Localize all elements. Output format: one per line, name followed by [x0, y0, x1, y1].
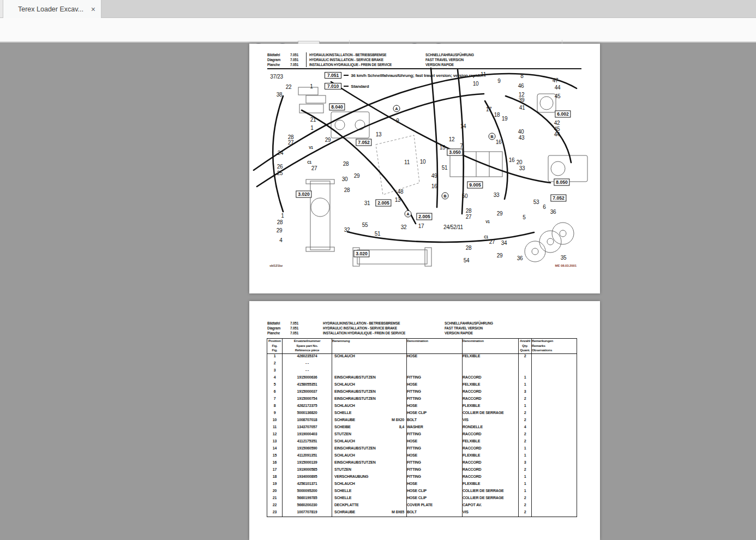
cell-denomination-fr: COLLIER DE SERRAGE — [463, 489, 519, 496]
cell-quantity: 4 — [519, 425, 532, 432]
cell-remarks — [532, 439, 577, 446]
cell-position: 3 — [267, 368, 283, 375]
cell-denomination-fr: RACCORD — [463, 446, 519, 453]
cell-part-number: 1008707018 — [283, 418, 332, 425]
column-header-denom_fr: Denomination — [463, 339, 519, 354]
part-callout: C1 — [484, 235, 488, 239]
part-callout: 34 — [501, 240, 507, 246]
cell-position: 15 — [267, 453, 283, 460]
doc-header-label: Diagram — [267, 326, 290, 330]
pdf-page-1[interactable]: Bildtafel7.051HYDRAULIKINSTALLATION - BE… — [249, 44, 600, 293]
cell-part-number: - - — [283, 361, 332, 368]
cell-denomination-fr: VIS — [463, 418, 519, 425]
cell-denomination-en: HOSE — [407, 382, 463, 389]
table-row: 171919000585STUTZENFITTINGRACCORD2 — [267, 467, 577, 475]
doc-header-title: INSTALLATION HYDRAULIQUE - FREIN DE SERV… — [323, 331, 445, 335]
cell-denomination-fr: VIS — [463, 510, 519, 517]
cell-denomination-fr: COLLIER DE SERRAGE — [463, 496, 519, 503]
tab-close-icon[interactable]: × — [91, 5, 95, 13]
cell-denomination-fr: FLEXIBLE — [463, 482, 519, 489]
section-marker: B — [489, 133, 496, 140]
part-callout: 8 — [520, 73, 523, 79]
diagram-ref-box: 2.005 — [416, 213, 432, 220]
part-callout: 42 — [554, 120, 560, 126]
table-row: 95000136820SCHELLEHOSE CLIPCOLLIER DE SE… — [267, 411, 577, 418]
doc-header-variant: VERSION RAPIDE — [445, 331, 581, 335]
cell-name: STUTZEN — [332, 432, 407, 439]
cell-position: 6 — [267, 389, 283, 397]
cell-part-number: 1915000754 — [283, 397, 332, 404]
legend-text: Standard — [351, 84, 369, 89]
legend-entry: 7.010Standard — [325, 83, 369, 89]
diagram-ref-box: 8.050 — [554, 179, 569, 186]
part-callout: 45 — [555, 93, 561, 99]
cell-remarks — [532, 432, 577, 439]
cell-position: 7 — [267, 397, 283, 404]
cell-denomination-en — [407, 368, 463, 375]
cell-part-number: 4256101371 — [283, 482, 332, 489]
page2-header: Bildtafel7.051HYDRAULIKINSTALLATION - BE… — [267, 321, 581, 335]
cell-denomination-en: WASHER — [407, 425, 463, 432]
part-callout: 20 — [517, 159, 523, 165]
cell-name: SCHELLE — [332, 489, 407, 496]
part-callout: 40 — [518, 129, 524, 135]
diagram-ref-box: 3.020 — [353, 250, 369, 257]
cell-remarks — [532, 510, 577, 517]
cell-remarks — [532, 354, 577, 361]
column-header-qty: AnzahlQty.Quant. — [519, 339, 532, 354]
drawing-code: skl121bz — [269, 264, 283, 267]
column-header-name: Benennung — [332, 339, 407, 354]
cell-remarks — [532, 382, 577, 389]
part-callout: 29 — [354, 173, 360, 179]
cell-name: STUTZEN — [332, 467, 407, 475]
cell-quantity: 1 — [519, 482, 532, 489]
doc-header-row: Diagram7.051HYDRAULIC INSTALLATION - SER… — [267, 326, 581, 331]
cell-position: 22 — [267, 503, 283, 510]
document-canvas[interactable]: Bildtafel7.051HYDRAULIKINSTALLATION - BE… — [0, 44, 756, 540]
cell-quantity: 1 — [519, 453, 532, 460]
part-callout: 17 — [418, 223, 424, 229]
cell-quantity: 2 — [519, 418, 532, 425]
section-marker: B — [442, 193, 449, 200]
part-callout: 7 — [460, 143, 463, 149]
cell-part-number: 4112175351 — [283, 439, 332, 446]
cell-name: SCHLAUCH — [332, 453, 407, 460]
cell-quantity: 2 — [519, 503, 532, 510]
cell-remarks — [532, 418, 577, 425]
cell-name: SCHEIBE8,4 — [332, 425, 407, 432]
pdf-page-2[interactable]: Bildtafel7.051HYDRAULIKINSTALLATION - BE… — [249, 301, 600, 540]
doc-header-variant: SCHNELLFAHRAUSFÜHRUNG — [445, 321, 581, 325]
table-row: 231007707819SCHRAUBEM 8X65BOLTVIS2 — [267, 510, 577, 517]
cell-denomination-en: FITTING — [407, 432, 463, 439]
part-callout: 38 — [277, 92, 283, 98]
doc-header-label: Planche — [267, 331, 290, 335]
document-tab[interactable]: Terex Loader Excav... × — [3, 0, 101, 18]
cell-quantity: 1 — [519, 446, 532, 453]
table-row: 111343707057SCHEIBE8,4WASHERRONDELLE4 — [267, 425, 577, 432]
part-callout: 43 — [519, 135, 525, 141]
toolbar: / 472 50% — [0, 18, 756, 43]
part-callout: 29 — [497, 253, 503, 259]
cell-quantity: 1 — [519, 475, 532, 482]
part-callout: 26 — [277, 164, 283, 170]
part-callout: 44 — [555, 85, 561, 91]
cell-denomination-en: BOLT — [407, 418, 463, 425]
part-callout: 27 — [288, 140, 294, 146]
table-row: 181934000895VERSCHRAUBUNGFITTINGRACCORD1 — [267, 475, 577, 482]
diagram-ref-box: 9.005 — [467, 182, 483, 189]
cell-denomination-fr: RACCORD — [463, 397, 519, 404]
diagram-ref-box: 7.052 — [356, 139, 371, 146]
cell-position: 23 — [267, 510, 283, 517]
pdf-viewer-window: Terex Loader Excav... × — [0, 0, 756, 540]
diagram-ref-box: 7.052 — [550, 195, 566, 202]
doc-header-title: HYDRAULIKINSTALLATION - BETRIEBSBREMSE — [323, 321, 445, 325]
cell-denomination-en: HOSE CLIP — [407, 411, 463, 418]
cell-position: 14 — [267, 446, 283, 453]
legend-dash — [344, 86, 349, 86]
part-callout: 16 — [509, 157, 515, 163]
diagram-ref-box: 3.050 — [447, 149, 463, 156]
cell-denomination-fr: RACCORD — [463, 432, 519, 439]
cell-quantity: 3 — [519, 389, 532, 397]
cell-denomination-en: HOSE — [407, 404, 463, 411]
cell-part-number: - - — [283, 368, 332, 375]
